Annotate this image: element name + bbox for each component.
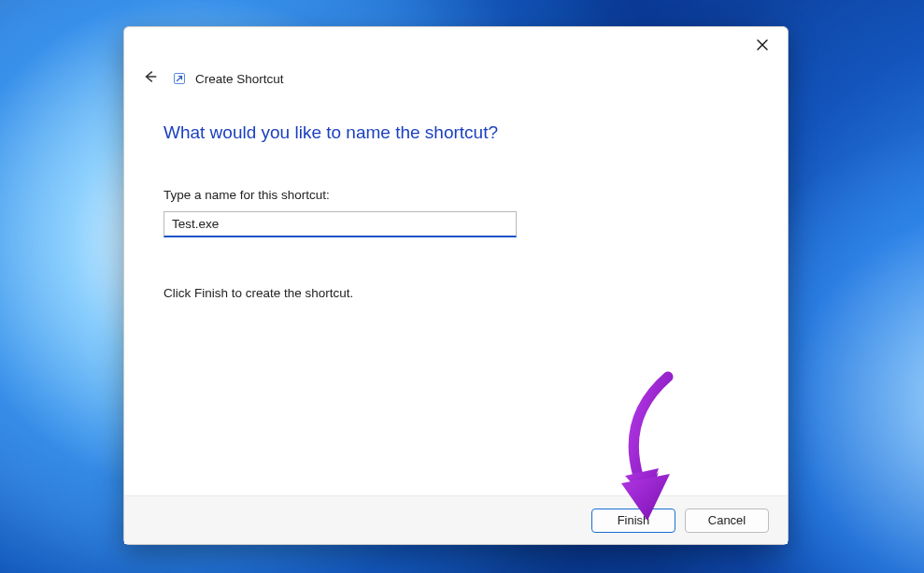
shortcut-name-input[interactable] — [163, 211, 517, 237]
dialog-title: Create Shortcut — [195, 72, 284, 86]
shortcut-icon — [173, 72, 186, 85]
dialog-body: What would you like to name the shortcut… — [124, 91, 788, 495]
dialog-header: Create Shortcut — [124, 66, 788, 91]
cancel-button[interactable]: Cancel — [685, 509, 769, 533]
back-button[interactable] — [137, 65, 163, 92]
close-icon — [757, 38, 768, 53]
finish-button[interactable]: Finish — [591, 509, 675, 533]
titlebar — [124, 27, 788, 66]
dialog-footer: Finish Cancel — [124, 495, 788, 544]
page-heading: What would you like to name the shortcut… — [163, 122, 748, 143]
shortcut-name-label: Type a name for this shortcut: — [163, 188, 748, 202]
back-arrow-icon — [142, 68, 159, 89]
close-button[interactable] — [741, 31, 784, 61]
instruction-text: Click Finish to create the shortcut. — [163, 286, 748, 300]
create-shortcut-dialog: Create Shortcut What would you like to n… — [123, 26, 789, 545]
